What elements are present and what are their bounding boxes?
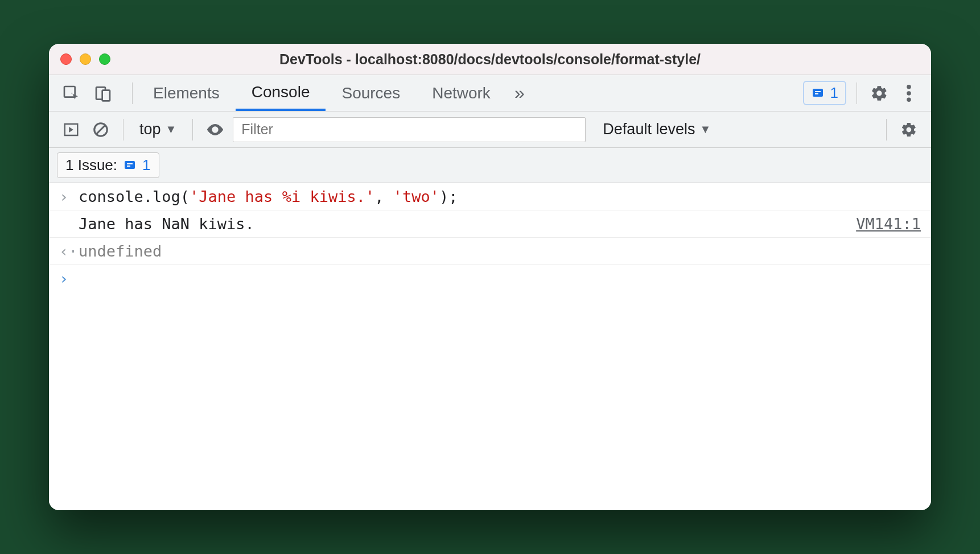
devtools-window: DevTools - localhost:8080/docs/devtools/… xyxy=(49,44,931,510)
more-menu-button[interactable] xyxy=(897,81,921,105)
issues-count: 1 xyxy=(830,84,838,102)
console-output: › console.log('Jane has %i kiwis.', 'two… xyxy=(49,183,931,510)
kebab-icon xyxy=(907,85,911,102)
separator xyxy=(886,119,887,140)
filter-input[interactable] xyxy=(233,117,586,142)
console-return-value: undefined xyxy=(79,242,921,260)
console-prompt-row[interactable]: › xyxy=(49,265,931,292)
inspect-element-icon[interactable] xyxy=(59,81,83,105)
input-chevron-icon: › xyxy=(59,188,79,205)
sidebar-icon xyxy=(63,121,80,138)
device-toolbar-icon[interactable] xyxy=(91,81,115,105)
levels-label: Default levels xyxy=(603,121,695,138)
svg-point-4 xyxy=(907,85,911,89)
chevron-double-right-icon: » xyxy=(514,82,525,104)
svg-rect-10 xyxy=(125,161,135,169)
issues-chip-label: 1 Issue: xyxy=(65,156,117,174)
log-gutter xyxy=(59,215,79,233)
tabs-overflow-button[interactable]: » xyxy=(507,75,533,111)
svg-rect-2 xyxy=(102,90,110,101)
tab-console[interactable]: Console xyxy=(236,75,326,111)
separator xyxy=(132,82,133,104)
tab-network[interactable]: Network xyxy=(416,75,507,111)
tabbar-right: 1 xyxy=(797,75,921,111)
console-source-link[interactable]: VM141:1 xyxy=(856,215,921,233)
tab-elements[interactable]: Elements xyxy=(137,75,236,111)
separator xyxy=(857,82,857,104)
settings-button[interactable] xyxy=(867,81,891,105)
issues-icon xyxy=(123,159,137,172)
svg-rect-3 xyxy=(813,89,823,97)
issues-indicator[interactable]: 1 xyxy=(803,81,846,105)
console-prompt-input[interactable] xyxy=(79,270,921,287)
gear-icon xyxy=(870,84,888,102)
issues-chip-count: 1 xyxy=(142,156,150,174)
window-title: DevTools - localhost:8080/docs/devtools/… xyxy=(49,51,931,68)
prompt-chevron-icon: › xyxy=(59,270,79,287)
live-expression-button[interactable] xyxy=(203,118,227,142)
console-input-row: › console.log('Jane has %i kiwis.', 'two… xyxy=(49,183,931,210)
clear-console-button[interactable] xyxy=(89,118,113,142)
separator xyxy=(123,119,123,140)
console-input-text: console.log('Jane has %i kiwis.', 'two')… xyxy=(79,188,921,205)
console-log-text: Jane has NaN kiwis. xyxy=(79,215,856,233)
execution-context-select[interactable]: top ▼ xyxy=(134,121,182,138)
console-settings-button[interactable] xyxy=(897,118,921,142)
return-chevron-icon: ‹· xyxy=(59,242,79,260)
chevron-down-icon: ▼ xyxy=(166,123,177,136)
tabs: Elements Console Sources Network xyxy=(137,75,507,111)
main-tabbar: Elements Console Sources Network » 1 xyxy=(49,75,931,111)
issues-icon xyxy=(811,86,825,100)
inspect-tools xyxy=(59,75,127,111)
chevron-down-icon: ▼ xyxy=(699,123,711,136)
issues-bar: 1 Issue: 1 xyxy=(49,148,931,183)
toggle-sidebar-button[interactable] xyxy=(59,118,83,142)
separator xyxy=(192,119,193,140)
console-toolbar: top ▼ Default levels ▼ xyxy=(49,111,931,148)
svg-line-9 xyxy=(97,125,105,134)
clear-icon xyxy=(92,121,109,138)
console-log-row: Jane has NaN kiwis. VM141:1 xyxy=(49,210,931,238)
tab-sources[interactable]: Sources xyxy=(326,75,416,111)
titlebar: DevTools - localhost:8080/docs/devtools/… xyxy=(49,44,931,75)
eye-icon xyxy=(205,120,225,139)
context-label: top xyxy=(139,121,161,138)
svg-point-6 xyxy=(907,97,911,102)
gear-icon xyxy=(900,121,917,138)
svg-point-5 xyxy=(907,91,911,96)
log-levels-select[interactable]: Default levels ▼ xyxy=(603,121,711,138)
issues-chip[interactable]: 1 Issue: 1 xyxy=(57,152,159,178)
console-return-row: ‹· undefined xyxy=(49,238,931,265)
